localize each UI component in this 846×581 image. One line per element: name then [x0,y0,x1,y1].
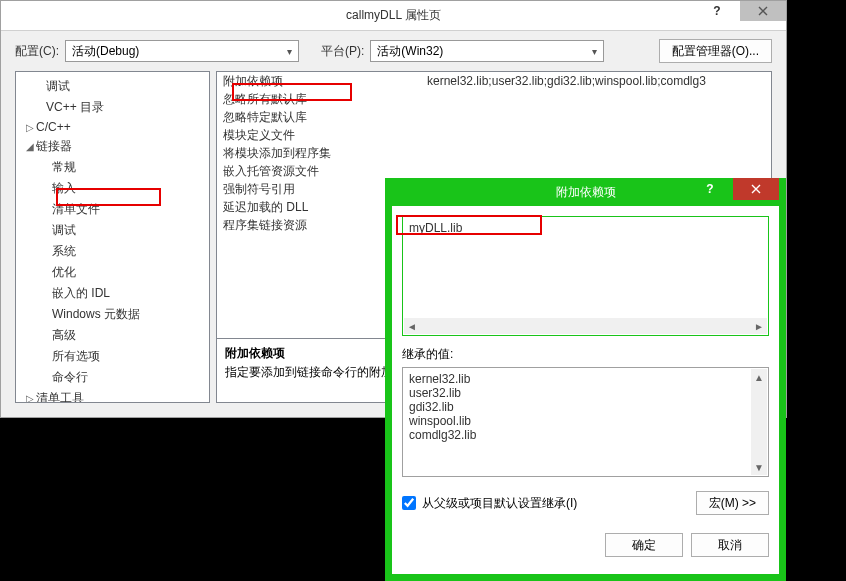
window-title: callmyDLL 属性页 [346,7,441,24]
tree-item[interactable]: 所有选项 [18,346,207,367]
help-button[interactable]: ? [694,1,740,21]
v-scrollbar[interactable]: ▲ ▼ [751,369,767,475]
inherited-values-list: kernel32.libuser32.libgdi32.libwinspool.… [402,367,769,477]
twisty-icon[interactable]: ▷ [24,393,36,403]
platform-value: 活动(Win32) [377,43,443,60]
config-row: 配置(C): 活动(Debug) ▾ 平台(P): 活动(Win32) ▾ 配置… [1,31,786,67]
tree-item-label: 清单文件 [52,201,100,218]
tree-item[interactable]: 输入 [18,178,207,199]
cancel-button[interactable]: 取消 [691,533,769,557]
chevron-down-icon: ▾ [287,46,292,57]
inherit-label: 继承的值: [402,346,769,363]
tree-item[interactable]: ▷C/C++ [18,118,207,136]
tree-item-label: 所有选项 [52,348,100,365]
tree-item-label: Windows 元数据 [52,306,140,323]
grid-label: 嵌入托管资源文件 [217,163,427,180]
tree-item-label: 链接器 [36,138,72,155]
inherited-value: comdlg32.lib [409,428,762,442]
platform-combo[interactable]: 活动(Win32) ▾ [370,40,604,62]
tree-item-label: 命令行 [52,369,88,386]
grid-label: 忽略所有默认库 [217,91,427,108]
tree-item-label: 优化 [52,264,76,281]
tree-item[interactable]: 调试 [18,220,207,241]
dependencies-textarea[interactable]: myDLL.lib ◄ ► [402,216,769,336]
grid-label: 将模块添加到程序集 [217,145,427,162]
tree-item[interactable]: 嵌入的 IDL [18,283,207,304]
scroll-right-icon[interactable]: ► [751,318,767,334]
scroll-up-icon[interactable]: ▲ [751,369,767,385]
tree-item-label: 高级 [52,327,76,344]
tree-item-label: 嵌入的 IDL [52,285,110,302]
additional-dependencies-dialog: 附加依赖项 ? myDLL.lib ◄ ► 继承的值: kernel32.lib… [385,178,786,581]
tree-item-label: C/C++ [36,120,71,134]
tree-item[interactable]: 常规 [18,157,207,178]
grid-label: 忽略特定默认库 [217,109,427,126]
inherited-value: kernel32.lib [409,372,762,386]
scroll-down-icon[interactable]: ▼ [751,459,767,475]
tree-item[interactable]: ◢链接器 [18,136,207,157]
tree-item[interactable]: VC++ 目录 [18,97,207,118]
tree-item[interactable]: 命令行 [18,367,207,388]
inherited-value: winspool.lib [409,414,762,428]
tree-item-label: VC++ 目录 [46,99,104,116]
popup-title: 附加依赖项 [556,184,616,201]
popup-help-button[interactable]: ? [687,178,733,200]
tree-item-label: 调试 [52,222,76,239]
tree-item[interactable]: ▷清单工具 [18,388,207,403]
config-combo[interactable]: 活动(Debug) ▾ [65,40,299,62]
grid-row[interactable]: 将模块添加到程序集 [217,144,771,162]
tree-item-label: 系统 [52,243,76,260]
grid-label: 模块定义文件 [217,127,427,144]
tree-item-label: 输入 [52,180,76,197]
grid-row[interactable]: 模块定义文件 [217,126,771,144]
chevron-down-icon: ▾ [592,46,597,57]
close-button[interactable] [740,1,786,21]
twisty-icon[interactable]: ▷ [24,122,36,133]
macro-button[interactable]: 宏(M) >> [696,491,769,515]
inherited-value: gdi32.lib [409,400,762,414]
config-value: 活动(Debug) [72,43,139,60]
platform-label: 平台(P): [321,43,364,60]
inherit-checkbox-text: 从父级或项目默认设置继承(I) [422,495,577,512]
grid-row[interactable]: 忽略特定默认库 [217,108,771,126]
tree-item[interactable]: 优化 [18,262,207,283]
grid-row[interactable]: 附加依赖项kernel32.lib;user32.lib;gdi32.lib;w… [217,72,771,90]
dependencies-value: myDLL.lib [409,221,462,235]
tree-item-label: 常规 [52,159,76,176]
tree-item-label: 清单工具 [36,390,84,403]
tree-item[interactable]: 系统 [18,241,207,262]
popup-title-bar: 附加依赖项 ? [392,178,779,206]
tree-item[interactable]: Windows 元数据 [18,304,207,325]
tree-item[interactable]: 调试 [18,76,207,97]
config-manager-button[interactable]: 配置管理器(O)... [659,39,772,63]
grid-row[interactable]: 忽略所有默认库 [217,90,771,108]
inherit-checkbox-label[interactable]: 从父级或项目默认设置继承(I) [402,495,577,512]
popup-close-button[interactable] [733,178,779,200]
tree-item[interactable]: 高级 [18,325,207,346]
inherit-checkbox[interactable] [402,496,416,510]
config-label: 配置(C): [15,43,59,60]
tree-item-label: 调试 [46,78,70,95]
tree-item[interactable]: 清单文件 [18,199,207,220]
grid-value: kernel32.lib;user32.lib;gdi32.lib;winspo… [427,74,771,88]
grid-label: 附加依赖项 [217,73,427,90]
inherited-value: user32.lib [409,386,762,400]
scroll-left-icon[interactable]: ◄ [404,318,420,334]
category-tree[interactable]: 调试VC++ 目录▷C/C++◢链接器常规输入清单文件调试系统优化嵌入的 IDL… [15,71,210,403]
title-bar: callmyDLL 属性页 ? [1,1,786,31]
h-scrollbar[interactable]: ◄ ► [404,318,767,334]
twisty-icon[interactable]: ◢ [24,141,36,152]
ok-button[interactable]: 确定 [605,533,683,557]
